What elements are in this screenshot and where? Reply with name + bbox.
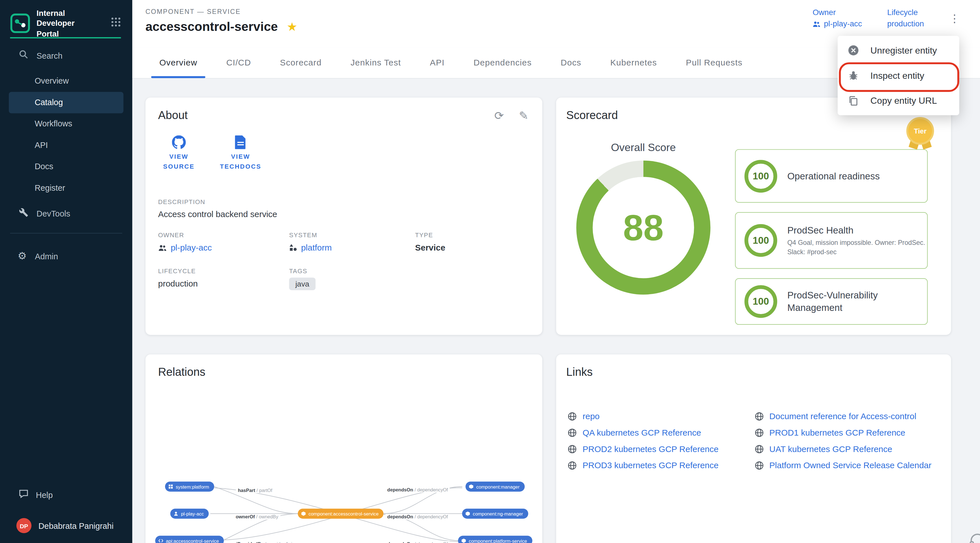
component-node-icon [461, 538, 466, 543]
overall-score-label: Overall Score [576, 142, 710, 154]
api-node-icon [158, 538, 163, 543]
owner-meta: Owner pl-play-acc [813, 8, 862, 29]
tab-docs[interactable]: Docs [546, 47, 596, 78]
avatar: DP [16, 518, 32, 533]
sidebar-search[interactable]: Search [0, 48, 132, 62]
sidebar-item-api[interactable]: API [0, 135, 132, 156]
about-system-link[interactable]: platform [289, 243, 332, 252]
tab-overview[interactable]: Overview [145, 47, 212, 78]
tag-chip[interactable]: java [289, 277, 315, 290]
node-component-manager[interactable]: component:manager [466, 481, 525, 492]
github-icon [172, 135, 186, 150]
sidebar-item-catalog[interactable]: Catalog [9, 92, 123, 113]
tier-badge-label: Tier [906, 117, 934, 145]
edge-label: dependsOn / dependencyOf [385, 514, 450, 520]
menu-item-copy-entity-url[interactable]: Copy entity URL [838, 88, 959, 113]
overall-score-donut: 88 [576, 160, 710, 294]
sidebar-item-admin[interactable]: ⚙ Admin [0, 249, 131, 263]
sidebar-item-docs[interactable]: Docs [0, 156, 132, 178]
user-name: Debabrata Panigrahi [38, 521, 113, 530]
link-prod1-kubernetes[interactable]: PROD1 kubernetes GCP Reference [754, 428, 941, 437]
more-options-kebab-icon[interactable]: ⋮ [949, 8, 960, 24]
lifecycle-meta: Lifecycle production [887, 8, 924, 29]
link-release-calendar[interactable]: Platform Owned Service Release Calendar [754, 461, 941, 470]
sidebar-item-devtools[interactable]: DevTools [0, 206, 132, 221]
link-prod2-kubernetes[interactable]: PROD2 kubernetes GCP Reference [567, 445, 754, 454]
link-doc-reference[interactable]: Document reference for Access-control [754, 412, 941, 421]
tab-api[interactable]: API [415, 47, 459, 78]
globe-icon [567, 445, 577, 454]
entity-context-menu: Unregister entity Inspect entity Copy en… [838, 36, 959, 115]
refresh-icon[interactable]: ⟳ [494, 109, 504, 123]
page-title: accesscontrol-service [145, 19, 278, 34]
tab-scorecard[interactable]: Scorecard [266, 47, 336, 78]
menu-item-unregister-entity[interactable]: Unregister entity [838, 38, 959, 63]
admin-label: Admin [35, 251, 58, 261]
view-techdocs-button[interactable]: VIEWTECHDOCS [221, 135, 260, 172]
globe-icon [567, 412, 577, 421]
content-grid: About ⟳ ✎ VIEWSOURCE [132, 79, 980, 543]
description-label: DESCRIPTION [158, 198, 530, 205]
edge-label: dependsOn / dependencyOf [385, 487, 450, 492]
links-card: Links repo QA kubernetes GCP Reference [556, 354, 951, 543]
edit-pencil-icon[interactable]: ✎ [519, 109, 528, 123]
sidebar-brand[interactable]: Internal Developer Portal [10, 8, 122, 39]
support-headset-icon[interactable] [968, 532, 980, 543]
score-item-prodsec-vulnerability[interactable]: 100 ProdSec-Vulnerability Management [735, 278, 928, 325]
globe-icon [754, 412, 764, 421]
component-node-icon [465, 511, 471, 516]
score-item-list: 100 Operational readiness 100 ProdSec He… [735, 149, 928, 325]
score-item-operational-readiness[interactable]: 100 Operational readiness [735, 149, 928, 203]
edge-label: hasPart / partOf [236, 487, 274, 493]
tab-cicd[interactable]: CI/CD [212, 47, 266, 78]
sidebar-item-register[interactable]: Register [0, 178, 132, 199]
link-uat-kubernetes[interactable]: UAT kubernetes GCP Reference [754, 445, 941, 454]
help-label: Help [36, 490, 53, 499]
about-lifecycle-value: production [158, 279, 289, 288]
view-source-button[interactable]: VIEWSOURCE [159, 135, 199, 172]
relations-card: Relations hasPart / partOf ownerOf / own… [145, 354, 542, 543]
node-api-accesscontrol-service[interactable]: api:accesscontrol-service [155, 536, 224, 543]
about-owner-link[interactable]: pl-play-acc [158, 243, 212, 252]
node-system-platform[interactable]: system:platform [165, 481, 214, 492]
system-icon [289, 244, 297, 252]
type-value: Service [415, 243, 530, 252]
search-label: Search [37, 51, 63, 60]
score-item-prodsec-health[interactable]: 100 ProdSec Health Q4 Goal, mission impo… [735, 212, 928, 269]
node-component-platform-service[interactable]: component:platform-service [458, 536, 532, 543]
links-title: Links [566, 365, 941, 379]
node-component-accesscontrol-service[interactable]: component:accesscontrol-service [298, 509, 383, 519]
system-node-icon [168, 484, 173, 489]
apps-grid-icon[interactable] [111, 17, 122, 30]
link-repo[interactable]: repo [567, 412, 754, 421]
menu-item-inspect-entity[interactable]: Inspect entity [838, 63, 959, 88]
about-title: About [158, 109, 530, 122]
sidebar-nav: Overview Catalog Workflows API Docs Regi… [0, 71, 132, 199]
lifecycle-value: production [887, 19, 924, 29]
tab-kubernetes[interactable]: Kubernetes [596, 47, 671, 78]
sidebar-item-overview[interactable]: Overview [0, 71, 132, 92]
node-component-ng-manager[interactable]: component:ng-manager [462, 509, 528, 519]
favorite-star-icon[interactable]: ★ [287, 19, 298, 34]
node-pl-play-acc[interactable]: pl-play-acc [170, 509, 209, 519]
description-value: Access control backend service [158, 210, 530, 219]
search-icon [19, 49, 29, 61]
sidebar-item-help[interactable]: Help [0, 489, 53, 500]
sidebar-user[interactable]: DP Debabrata Panigrahi [0, 518, 113, 533]
owner-field: OWNER pl-play-acc [158, 232, 289, 254]
brand-title: Internal Developer Portal [37, 8, 105, 39]
system-field: SYSTEM platform [289, 232, 415, 254]
sidebar-item-workflows[interactable]: Workflows [0, 113, 132, 135]
tab-pull-requests[interactable]: Pull Requests [671, 47, 757, 78]
chat-icon [19, 489, 29, 500]
group-icon [158, 243, 167, 252]
lifecycle-field: LIFECYCLE production [158, 267, 289, 290]
sidebar: Internal Developer Portal Search Overvie… [0, 0, 132, 543]
tab-jenkins-test[interactable]: Jenkins Test [336, 47, 415, 78]
tab-dependencies[interactable]: Dependencies [459, 47, 546, 78]
portal-logo-icon [10, 13, 30, 33]
entity-kind-eyebrow: COMPONENT — SERVICE [145, 8, 241, 15]
link-qa-kubernetes[interactable]: QA kubernetes GCP Reference [567, 428, 754, 437]
owner-link[interactable]: pl-play-acc [813, 19, 862, 29]
link-prod3-kubernetes[interactable]: PROD3 kubernetes GCP Reference [567, 461, 754, 470]
